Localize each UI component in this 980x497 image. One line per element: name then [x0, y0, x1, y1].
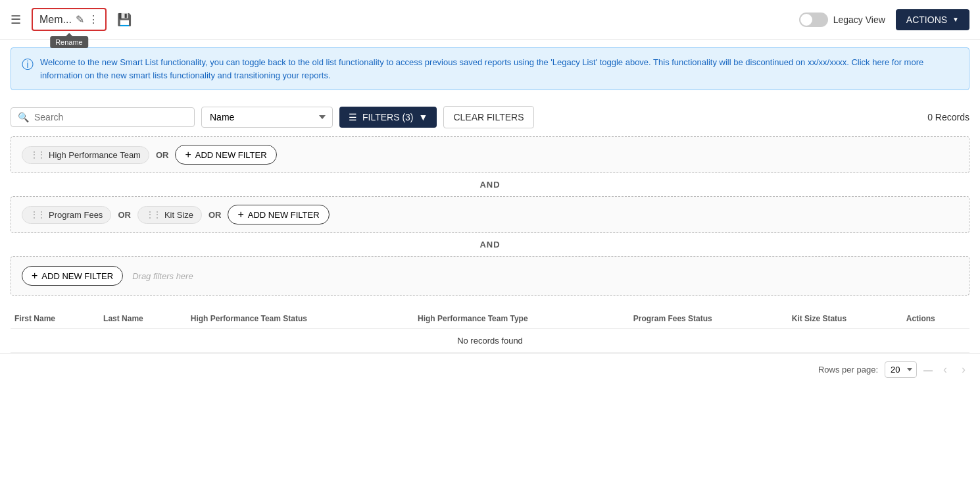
filters-button[interactable]: ☰ FILTERS (3) ▼ — [339, 107, 437, 128]
col-hpt-type: High Performance Team Type — [414, 309, 629, 329]
filter-chip-kit-size[interactable]: ⋮⋮ Kit Size — [137, 206, 202, 224]
add-new-filter-button-1[interactable]: + ADD NEW FILTER — [175, 145, 276, 165]
filter-row-2: ⋮⋮ Program Fees OR ⋮⋮ Kit Size OR + ADD … — [11, 196, 969, 233]
rename-tooltip: Rename — [50, 36, 88, 48]
rows-per-page-select[interactable]: 20 — [885, 361, 917, 378]
info-banner: ⓘ Welcome to the new Smart List function… — [11, 47, 969, 90]
legacy-view-toggle[interactable] — [799, 13, 828, 27]
edit-icon[interactable]: ✎ — [76, 13, 84, 26]
clear-filters-button[interactable]: CLEAR FILTERS — [443, 106, 533, 128]
actions-button[interactable]: ACTIONS ▼ — [896, 9, 969, 30]
filter-icon: ☰ — [349, 112, 357, 122]
filter-chip-label: Kit Size — [164, 210, 193, 220]
toolbar: 🔍 Name ☰ FILTERS (3) ▼ CLEAR FILTERS 0 R… — [0, 98, 980, 136]
filters-chevron-icon: ▼ — [419, 112, 428, 122]
legacy-toggle-container: Legacy View — [799, 13, 885, 27]
table-container: First Name Last Name High Performance Te… — [0, 296, 980, 353]
legacy-view-label: Legacy View — [833, 14, 885, 25]
no-records-message: No records found — [11, 329, 969, 353]
next-page-button[interactable]: › — [958, 361, 969, 378]
name-select[interactable]: Name — [201, 107, 333, 128]
drag-handle-icon: ⋮⋮ — [30, 150, 45, 159]
rows-per-page-label: Rows per page: — [818, 365, 878, 375]
and-divider-2: AND — [11, 233, 969, 256]
plus-icon: + — [32, 270, 37, 282]
add-new-filter-button-3[interactable]: + ADD NEW FILTER — [22, 266, 123, 286]
plus-icon: + — [185, 149, 191, 161]
or-label-1: OR — [156, 150, 169, 160]
drag-handle-icon: ⋮⋮ — [146, 210, 160, 219]
pagination: Rows per page: 20 — ‹ › — [0, 353, 980, 386]
table-body: No records found — [11, 329, 969, 353]
col-last-name: Last Name — [99, 309, 187, 329]
search-container: 🔍 — [11, 107, 195, 127]
add-new-filter-button-2[interactable]: + ADD NEW FILTER — [228, 205, 329, 224]
header-right: Legacy View ACTIONS ▼ — [799, 9, 969, 30]
table-row: No records found — [11, 329, 969, 353]
col-hpt-status: High Performance Team Status — [187, 309, 414, 329]
search-input[interactable] — [34, 112, 187, 122]
title-box: Mem... ✎ ⋮ Rename — [32, 8, 107, 31]
records-count: 0 Records — [927, 112, 969, 122]
filters-label: FILTERS (3) — [362, 112, 414, 122]
header: ☰ Mem... ✎ ⋮ Rename 💾 Legacy View ACTION… — [0, 0, 980, 39]
filter-chip-high-performance-team[interactable]: ⋮⋮ High Performance Team — [22, 146, 149, 164]
info-banner-text: Welcome to the new Smart List functional… — [40, 56, 958, 82]
page-separator: — — [923, 365, 933, 375]
drag-placeholder-text: Drag filters here — [132, 271, 193, 281]
search-icon: 🔍 — [18, 112, 29, 122]
filter-area: ⋮⋮ High Performance Team OR + ADD NEW FI… — [0, 136, 980, 296]
plus-icon: + — [237, 209, 243, 221]
or-label-2: OR — [118, 210, 131, 220]
filter-row-1: ⋮⋮ High Performance Team OR + ADD NEW FI… — [11, 136, 969, 173]
page-title: Mem... — [39, 14, 72, 26]
filter-row-3: + ADD NEW FILTER Drag filters here — [11, 256, 969, 296]
col-program-fees-status: Program Fees Status — [629, 309, 788, 329]
col-kit-size-status: Kit Size Status — [788, 309, 902, 329]
hamburger-icon[interactable]: ☰ — [11, 13, 21, 27]
table-header: First Name Last Name High Performance Te… — [11, 309, 969, 329]
info-icon: ⓘ — [22, 57, 34, 72]
data-table: First Name Last Name High Performance Te… — [11, 309, 969, 353]
col-first-name: First Name — [11, 309, 99, 329]
filter-chip-label: High Performance Team — [49, 150, 141, 160]
chevron-down-icon: ▼ — [952, 16, 959, 23]
filter-chip-program-fees[interactable]: ⋮⋮ Program Fees — [22, 206, 111, 224]
or-label-3: OR — [208, 210, 222, 220]
more-options-icon[interactable]: ⋮ — [88, 13, 99, 26]
and-divider-1: AND — [11, 173, 969, 196]
table-header-row: First Name Last Name High Performance Te… — [11, 309, 969, 329]
filter-chip-label: Program Fees — [49, 210, 103, 220]
drag-handle-icon: ⋮⋮ — [30, 210, 45, 219]
save-icon[interactable]: 💾 — [117, 13, 132, 27]
col-actions: Actions — [902, 309, 969, 329]
previous-page-button[interactable]: ‹ — [939, 361, 951, 378]
actions-label: ACTIONS — [906, 14, 947, 25]
